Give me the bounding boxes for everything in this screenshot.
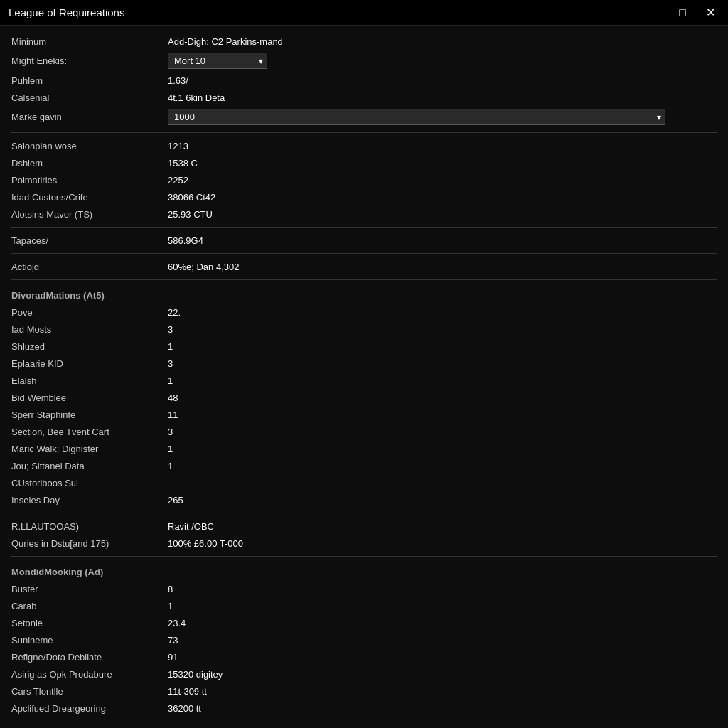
- divorced-value: 265: [168, 495, 717, 505]
- divorced-label: CUstoriboos Sul: [11, 478, 168, 488]
- queries-row: Quries in Dstu[and 175) 100% £6.00 T-000: [11, 535, 717, 552]
- rll-row: R.LLAUTOOAS) Ravit /OBC: [11, 518, 717, 535]
- mininum-label: Mininum: [11, 36, 168, 47]
- stat-row: Idad Custons/Crife 38066 Ct42: [11, 188, 717, 205]
- stat-label: Alotsins Mavor (TS): [11, 209, 168, 220]
- divorced-value: 48: [168, 392, 717, 403]
- stat-label: Idad Custons/Crife: [11, 192, 168, 203]
- stat-row: Poimatiries 2252: [11, 171, 717, 188]
- divorced-label: Jou; Sittanel Data: [11, 461, 168, 471]
- window-controls: □ ✕: [675, 4, 719, 21]
- divorced-value: 11: [168, 410, 717, 420]
- actiojd-value: 60%e; Dan 4,302: [168, 262, 717, 272]
- main-window: League of Requireations □ ✕ Mininum Add-…: [0, 0, 728, 728]
- divorced-label: Iad Mosts: [11, 324, 168, 335]
- tapaces-label: Tapaces/: [11, 235, 168, 246]
- stat-value: 1213: [168, 141, 717, 151]
- divorced-value: 3: [168, 324, 717, 335]
- divorced-label: Pove: [11, 307, 168, 318]
- calsenial-label: Calsenial: [11, 92, 168, 103]
- mondid-label: Refigne/Dota Debilate: [11, 652, 168, 663]
- mondid-label: Cars Tlontlle: [11, 686, 168, 697]
- divorced-label: Sperr Staphinte: [11, 410, 168, 420]
- mondid-value: 91: [168, 652, 717, 663]
- might-enekis-row: Might Enekis: Mort 10 Mort 20 Mort 30: [11, 50, 717, 72]
- marke-gavin-row: Marke gavin 1000 2000 3000: [11, 106, 717, 128]
- divider-5: [11, 513, 717, 513]
- divorced-value: 22.: [168, 307, 717, 318]
- content-area: Mininum Add-Digh: C2 Parkins-mand Might …: [0, 26, 728, 728]
- divider-1: [11, 132, 717, 133]
- divorced-row: Eplaarie KID 3: [11, 355, 717, 372]
- close-button[interactable]: ✕: [702, 4, 719, 21]
- mondid-value: 8: [168, 584, 717, 594]
- stat-value: 1538 C: [168, 158, 717, 168]
- stat-row: Dshiem 1538 C: [11, 154, 717, 171]
- divorced-label: Elalsh: [11, 375, 168, 386]
- mondid-row: Apclifued Dreargeoring 36200 tt: [11, 700, 717, 717]
- divorced-label: Bid Wemblee: [11, 392, 168, 403]
- divorced-row: Sperr Staphinte 11: [11, 406, 717, 423]
- divider-2: [11, 227, 717, 228]
- puhlem-value: 1.63/: [168, 75, 717, 86]
- puhlem-row: Puhlem 1.63/: [11, 72, 717, 89]
- divorced-row: Shluzed 1: [11, 338, 717, 355]
- rll-label: R.LLAUTOOAS): [11, 521, 168, 532]
- tapaces-value: 586.9G4: [168, 235, 717, 246]
- divorced-label: Eplaarie KID: [11, 358, 168, 369]
- divorced-row: Elalsh 1: [11, 372, 717, 389]
- divorced-label: Shluzed: [11, 341, 168, 352]
- divorced-value: 1: [168, 461, 717, 471]
- mondid-label: Setonie: [11, 618, 168, 628]
- divorced-value: 3: [168, 427, 717, 437]
- mininum-row: Mininum Add-Digh: C2 Parkins-mand: [11, 33, 717, 50]
- mondid-value: 36200 tt: [168, 703, 717, 714]
- divorced-row: Iad Mosts 3: [11, 321, 717, 338]
- actiojd-label: Actiojd: [11, 262, 168, 272]
- marke-gavin-select[interactable]: 1000 2000 3000: [168, 109, 665, 125]
- mondid-value: 15320 digitey: [168, 669, 717, 680]
- stat-label: Salonplan wose: [11, 141, 168, 151]
- window-title: League of Requireations: [9, 6, 124, 18]
- divorced-row: Jou; Sittanel Data 1: [11, 457, 717, 474]
- rll-value: Ravit /OBC: [168, 521, 717, 532]
- stats-section: Salonplan wose 1213 Dshiem 1538 C Poimat…: [11, 137, 717, 223]
- mondid-value: 73: [168, 635, 717, 646]
- actiojd-row: Actiojd 60%e; Dan 4,302: [11, 258, 717, 275]
- might-enekis-select[interactable]: Mort 10 Mort 20 Mort 30: [168, 53, 267, 69]
- stat-row: Alotsins Mavor (TS) 25.93 CTU: [11, 205, 717, 223]
- mondid-label: Asirig as Opk Prodabure: [11, 669, 168, 680]
- divorced-row: Section, Bee Tvent Cart 3: [11, 423, 717, 440]
- divorced-value: 1: [168, 375, 717, 386]
- divorced-row: Inseles Day 265: [11, 491, 717, 508]
- divorced-label: Section, Bee Tvent Cart: [11, 427, 168, 437]
- divorced-row: Maric Walk; Dignister 1: [11, 440, 717, 457]
- divider-3: [11, 253, 717, 254]
- mondid-row: Sunineme 73: [11, 631, 717, 648]
- marke-gavin-select-wrapper: 1000 2000 3000: [168, 109, 665, 125]
- divorced-value: 3: [168, 358, 717, 369]
- divorced-row: Bid Wemblee 48: [11, 389, 717, 406]
- mondid-row: Refigne/Dota Debilate 91: [11, 648, 717, 665]
- title-bar: League of Requireations □ ✕: [0, 0, 728, 26]
- tapaces-row: Tapaces/ 586.9G4: [11, 232, 717, 249]
- divorced-value: 1: [168, 444, 717, 454]
- might-enekis-select-wrapper: Mort 10 Mort 20 Mort 30: [168, 53, 267, 69]
- calsenial-row: Calsenial 4t.1 6kin Deta: [11, 89, 717, 106]
- stat-value: 38066 Ct42: [168, 192, 717, 203]
- might-enekis-label: Might Enekis:: [11, 55, 168, 66]
- stat-row: Salonplan wose 1213: [11, 137, 717, 154]
- queries-label: Quries in Dstu[and 175): [11, 538, 168, 549]
- divorced-row: CUstoriboos Sul: [11, 474, 717, 491]
- maximize-button[interactable]: □: [675, 4, 690, 21]
- mondid-label: Sunineme: [11, 635, 168, 646]
- stat-value: 25.93 CTU: [168, 209, 717, 220]
- divorced-section-header: DivoradMations (At5): [11, 284, 717, 304]
- mondid-row: Asirig as Opk Prodabure 15320 digitey: [11, 665, 717, 682]
- mondid-label: Buster: [11, 584, 168, 594]
- mondid-value: 1: [168, 601, 717, 611]
- divorced-value: 1: [168, 341, 717, 352]
- mondid-section: Buster 8 Carab 1 Setonie 23.4 Sunineme 7…: [11, 580, 717, 717]
- stat-label: Poimatiries: [11, 175, 168, 186]
- divorced-row: Pove 22.: [11, 304, 717, 321]
